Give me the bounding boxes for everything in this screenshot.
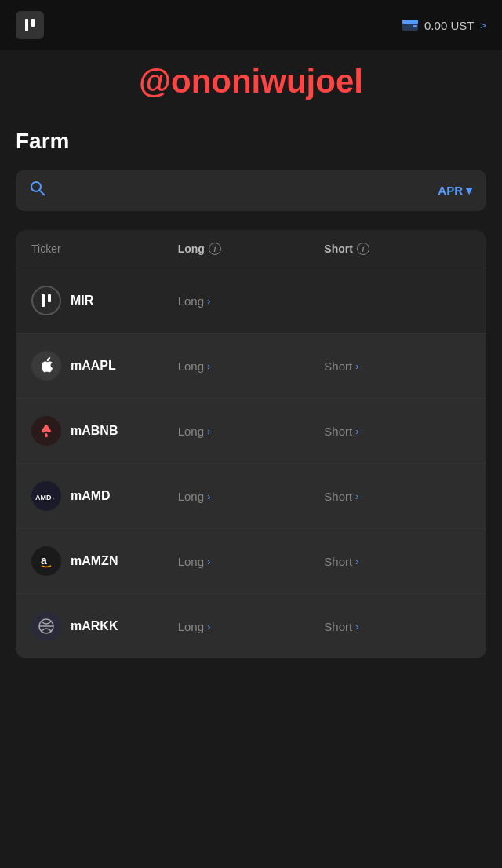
farm-table: Ticker Long i Short i MIR — [16, 230, 486, 658]
mamzn-long-label: Long — [178, 555, 204, 568]
svg-text:↑: ↑ — [53, 496, 55, 501]
col-short-label: Short — [324, 243, 353, 255]
ticker-cell-mamd: AMD ↑ mAMD — [31, 481, 178, 511]
mamd-token-icon: AMD ↑ — [31, 481, 61, 511]
mir-long-arrow: › — [207, 295, 210, 307]
mamd-long-arrow: › — [207, 491, 210, 502]
ticker-cell-mir: MIR — [31, 286, 178, 315]
mamd-short-label: Short — [324, 490, 352, 503]
markk-long-label: Long — [178, 620, 204, 633]
maapl-token-icon — [31, 351, 61, 381]
mir-token-name: MIR — [71, 294, 93, 308]
svg-rect-7 — [42, 294, 45, 307]
markk-short-arrow: › — [355, 621, 358, 633]
col-ticker: Ticker — [31, 243, 178, 255]
mamzn-short-arrow: › — [355, 556, 358, 567]
markk-token-icon — [31, 611, 61, 641]
watermark: @ononiwujoel — [139, 63, 363, 100]
mir-token-icon — [31, 286, 61, 315]
maapl-token-name: mAAPL — [71, 359, 116, 373]
mir-long-button[interactable]: Long › — [178, 294, 325, 308]
mamzn-token-name: mAMZN — [71, 554, 118, 568]
maapl-long-button[interactable]: Long › — [178, 359, 325, 373]
app-logo — [16, 11, 44, 39]
ticker-cell-mamzn: a mAMZN — [31, 546, 178, 576]
short-info-icon[interactable]: i — [357, 243, 369, 255]
search-icon — [30, 181, 45, 200]
mabnb-short-arrow: › — [355, 425, 358, 437]
mabnb-token-name: mABNB — [71, 424, 118, 438]
search-left — [30, 181, 45, 200]
table-row: a mAMZN Long › Short › — [16, 529, 486, 594]
col-short: Short i — [324, 243, 471, 255]
mamzn-long-arrow: › — [207, 556, 210, 567]
table-row: mARKK Long › Short › — [16, 594, 486, 658]
ticker-cell-mabnb: mABNB — [31, 416, 178, 446]
mamzn-token-icon: a — [31, 546, 61, 576]
col-long: Long i — [178, 243, 325, 255]
table-row: mABNB Long › Short › — [16, 399, 486, 464]
maapl-short-arrow: › — [355, 360, 358, 372]
table-row: AMD ↑ mAMD Long › Short › — [16, 464, 486, 529]
app-header: 0.00 UST > — [0, 0, 502, 50]
mabnb-short-button[interactable]: Short › — [324, 425, 471, 438]
page-title: Farm — [16, 129, 486, 154]
mabnb-short-label: Short — [324, 425, 352, 438]
col-long-label: Long — [178, 243, 205, 255]
markk-short-label: Short — [324, 620, 352, 633]
apr-filter-label: APR — [438, 184, 463, 197]
apr-filter-chevron: ▾ — [466, 184, 472, 198]
maapl-short-label: Short — [324, 359, 352, 373]
apr-filter[interactable]: APR ▾ — [438, 184, 472, 198]
svg-text:a: a — [41, 554, 47, 567]
wallet-balance[interactable]: 0.00 UST > — [402, 18, 486, 33]
maapl-long-label: Long — [178, 359, 204, 373]
table-header: Ticker Long i Short i — [16, 230, 486, 268]
balance-amount: 0.00 UST — [424, 19, 474, 32]
markk-token-name: mARKK — [71, 619, 118, 633]
search-bar: APR ▾ — [16, 170, 486, 211]
mamd-short-arrow: › — [355, 491, 358, 502]
mamd-token-name: mAMD — [71, 489, 111, 503]
markk-short-button[interactable]: Short › — [324, 620, 471, 633]
svg-rect-0 — [25, 19, 28, 31]
ticker-cell-markk: mARKK — [31, 611, 178, 641]
svg-text:AMD: AMD — [35, 494, 52, 501]
mabnb-long-label: Long — [178, 425, 204, 438]
table-row: MIR Long › — [16, 268, 486, 334]
mamzn-short-button[interactable]: Short › — [324, 555, 471, 568]
svg-rect-4 — [413, 25, 417, 27]
maapl-long-arrow: › — [207, 360, 210, 372]
svg-point-5 — [31, 182, 41, 191]
mamd-short-button[interactable]: Short › — [324, 490, 471, 503]
mamd-long-label: Long — [178, 490, 204, 503]
mabnb-long-arrow: › — [207, 425, 210, 437]
mamzn-long-button[interactable]: Long › — [178, 555, 325, 568]
balance-chevron: > — [480, 20, 486, 31]
long-info-icon[interactable]: i — [209, 243, 221, 255]
mabnb-token-icon — [31, 416, 61, 446]
wallet-icon — [402, 18, 418, 33]
svg-rect-1 — [31, 19, 35, 27]
markk-long-arrow: › — [207, 621, 210, 633]
mamd-long-button[interactable]: Long › — [178, 490, 325, 503]
markk-long-button[interactable]: Long › — [178, 620, 325, 633]
svg-line-6 — [40, 191, 45, 195]
svg-rect-3 — [402, 20, 418, 24]
svg-rect-8 — [48, 294, 51, 302]
mamzn-short-label: Short — [324, 555, 352, 568]
ticker-cell-maapl: mAAPL — [31, 351, 178, 381]
maapl-short-button[interactable]: Short › — [324, 359, 471, 373]
mir-long-label: Long — [178, 294, 204, 308]
mabnb-long-button[interactable]: Long › — [178, 425, 325, 438]
table-row: mAAPL Long › Short › — [16, 334, 486, 399]
page-content: @ononiwujoel Farm APR ▾ Ticker Long i — [0, 50, 502, 674]
